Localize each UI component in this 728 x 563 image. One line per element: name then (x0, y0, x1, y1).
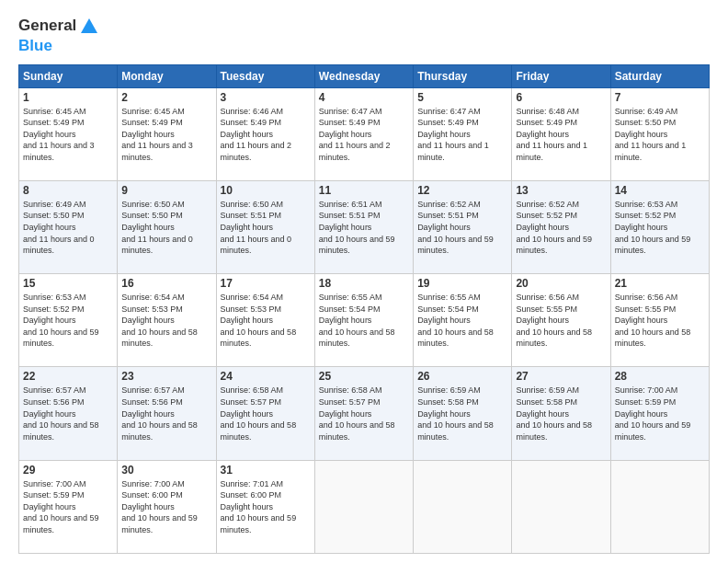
day-number: 15 (23, 277, 113, 290)
day-info: Sunrise: 6:46 AMSunset: 5:49 PMDaylight … (221, 106, 311, 164)
day-info: Sunrise: 6:53 AMSunset: 5:52 PMDaylight … (615, 199, 705, 257)
calendar-week-1: 1Sunrise: 6:45 AMSunset: 5:49 PMDaylight… (19, 87, 710, 180)
day-number: 3 (221, 91, 311, 104)
calendar-cell: 26Sunrise: 6:59 AMSunset: 5:58 PMDayligh… (414, 367, 512, 460)
col-header-wednesday: Wednesday (314, 64, 413, 87)
day-number: 1 (23, 91, 113, 104)
calendar-cell: 6Sunrise: 6:48 AMSunset: 5:49 PMDaylight… (512, 87, 610, 180)
day-number: 20 (516, 277, 606, 290)
day-info: Sunrise: 6:58 AMSunset: 5:57 PMDaylight … (319, 385, 409, 442)
calendar-cell: 8Sunrise: 6:49 AMSunset: 5:50 PMDaylight… (19, 180, 118, 273)
day-info: Sunrise: 6:54 AMSunset: 5:53 PMDaylight … (121, 292, 211, 350)
day-info: Sunrise: 6:45 AMSunset: 5:49 PMDaylight … (121, 106, 211, 164)
day-number: 4 (319, 91, 409, 104)
calendar-cell: 11Sunrise: 6:51 AMSunset: 5:51 PMDayligh… (314, 180, 413, 273)
calendar-cell (414, 460, 512, 553)
logo-line1: General (18, 17, 99, 37)
calendar-cell: 28Sunrise: 7:00 AMSunset: 5:59 PMDayligh… (610, 367, 709, 460)
logo: General Blue (18, 17, 99, 55)
day-number: 18 (319, 277, 409, 290)
col-header-friday: Friday (512, 64, 610, 87)
day-number: 30 (121, 464, 211, 477)
calendar-cell: 10Sunrise: 6:50 AMSunset: 5:51 PMDayligh… (216, 180, 314, 273)
calendar-cell: 4Sunrise: 6:47 AMSunset: 5:49 PMDaylight… (314, 87, 413, 180)
calendar-cell (314, 460, 413, 553)
day-info: Sunrise: 7:00 AMSunset: 6:00 PMDaylight … (121, 478, 211, 536)
day-info: Sunrise: 6:57 AMSunset: 5:56 PMDaylight … (23, 385, 113, 442)
calendar-cell: 3Sunrise: 6:46 AMSunset: 5:49 PMDaylight… (216, 87, 314, 180)
day-info: Sunrise: 6:50 AMSunset: 5:50 PMDaylight … (121, 199, 211, 257)
calendar-cell: 24Sunrise: 6:58 AMSunset: 5:57 PMDayligh… (216, 367, 314, 460)
day-number: 13 (516, 184, 606, 197)
day-number: 27 (516, 370, 606, 383)
day-info: Sunrise: 6:47 AMSunset: 5:49 PMDaylight … (319, 106, 409, 164)
day-info: Sunrise: 6:52 AMSunset: 5:51 PMDaylight … (417, 199, 507, 257)
day-number: 24 (221, 370, 311, 383)
calendar-cell: 2Sunrise: 6:45 AMSunset: 5:49 PMDaylight… (118, 87, 216, 180)
calendar-cell: 20Sunrise: 6:56 AMSunset: 5:55 PMDayligh… (512, 274, 610, 367)
calendar-cell: 14Sunrise: 6:53 AMSunset: 5:52 PMDayligh… (610, 180, 709, 273)
day-number: 17 (221, 277, 311, 290)
day-info: Sunrise: 6:52 AMSunset: 5:52 PMDaylight … (516, 199, 606, 257)
day-info: Sunrise: 6:48 AMSunset: 5:49 PMDaylight … (516, 106, 606, 164)
day-info: Sunrise: 7:01 AMSunset: 6:00 PMDaylight … (221, 478, 311, 536)
calendar-cell: 19Sunrise: 6:55 AMSunset: 5:54 PMDayligh… (414, 274, 512, 367)
day-info: Sunrise: 7:00 AMSunset: 5:59 PMDaylight … (23, 478, 113, 536)
day-number: 11 (319, 184, 409, 197)
day-info: Sunrise: 6:55 AMSunset: 5:54 PMDaylight … (417, 292, 507, 350)
calendar-cell: 12Sunrise: 6:52 AMSunset: 5:51 PMDayligh… (414, 180, 512, 273)
calendar-cell: 1Sunrise: 6:45 AMSunset: 5:49 PMDaylight… (19, 87, 118, 180)
day-info: Sunrise: 6:56 AMSunset: 5:55 PMDaylight … (516, 292, 606, 350)
day-info: Sunrise: 6:57 AMSunset: 5:56 PMDaylight … (121, 385, 211, 442)
svg-marker-0 (81, 18, 97, 33)
calendar-cell: 18Sunrise: 6:55 AMSunset: 5:54 PMDayligh… (314, 274, 413, 367)
day-info: Sunrise: 6:54 AMSunset: 5:53 PMDaylight … (221, 292, 311, 350)
day-number: 10 (221, 184, 311, 197)
calendar-cell: 9Sunrise: 6:50 AMSunset: 5:50 PMDaylight… (118, 180, 216, 273)
day-number: 8 (23, 184, 113, 197)
col-header-tuesday: Tuesday (216, 64, 314, 87)
calendar-header-row: SundayMondayTuesdayWednesdayThursdayFrid… (19, 64, 710, 87)
calendar-cell (610, 460, 709, 553)
day-info: Sunrise: 6:47 AMSunset: 5:49 PMDaylight … (417, 106, 507, 164)
day-info: Sunrise: 6:45 AMSunset: 5:49 PMDaylight … (23, 106, 113, 164)
calendar-cell: 22Sunrise: 6:57 AMSunset: 5:56 PMDayligh… (19, 367, 118, 460)
col-header-monday: Monday (118, 64, 216, 87)
day-number: 9 (121, 184, 211, 197)
day-number: 14 (615, 184, 705, 197)
calendar-cell: 17Sunrise: 6:54 AMSunset: 5:53 PMDayligh… (216, 274, 314, 367)
day-info: Sunrise: 6:49 AMSunset: 5:50 PMDaylight … (615, 106, 705, 164)
day-info: Sunrise: 6:56 AMSunset: 5:55 PMDaylight … (615, 292, 705, 350)
calendar-cell: 31Sunrise: 7:01 AMSunset: 6:00 PMDayligh… (216, 460, 314, 553)
calendar-cell: 13Sunrise: 6:52 AMSunset: 5:52 PMDayligh… (512, 180, 610, 273)
day-number: 26 (417, 370, 507, 383)
header: General Blue (18, 17, 710, 55)
day-info: Sunrise: 6:58 AMSunset: 5:57 PMDaylight … (221, 385, 311, 442)
calendar-cell: 15Sunrise: 6:53 AMSunset: 5:52 PMDayligh… (19, 274, 118, 367)
day-number: 31 (221, 464, 311, 477)
day-info: Sunrise: 6:59 AMSunset: 5:58 PMDaylight … (516, 385, 606, 442)
day-number: 28 (615, 370, 705, 383)
calendar-week-5: 29Sunrise: 7:00 AMSunset: 5:59 PMDayligh… (19, 460, 710, 553)
day-number: 23 (121, 370, 211, 383)
day-info: Sunrise: 6:49 AMSunset: 5:50 PMDaylight … (23, 199, 113, 257)
calendar-week-4: 22Sunrise: 6:57 AMSunset: 5:56 PMDayligh… (19, 367, 710, 460)
col-header-saturday: Saturday (610, 64, 709, 87)
day-number: 6 (516, 91, 606, 104)
day-info: Sunrise: 6:59 AMSunset: 5:58 PMDaylight … (417, 385, 507, 442)
day-number: 2 (121, 91, 211, 104)
day-info: Sunrise: 6:53 AMSunset: 5:52 PMDaylight … (23, 292, 113, 350)
day-number: 5 (417, 91, 507, 104)
calendar-cell: 30Sunrise: 7:00 AMSunset: 6:00 PMDayligh… (118, 460, 216, 553)
day-number: 12 (417, 184, 507, 197)
day-number: 16 (121, 277, 211, 290)
day-info: Sunrise: 6:50 AMSunset: 5:51 PMDaylight … (221, 199, 311, 257)
day-info: Sunrise: 6:55 AMSunset: 5:54 PMDaylight … (319, 292, 409, 350)
day-number: 19 (417, 277, 507, 290)
day-info: Sunrise: 6:51 AMSunset: 5:51 PMDaylight … (319, 199, 409, 257)
calendar-cell: 23Sunrise: 6:57 AMSunset: 5:56 PMDayligh… (118, 367, 216, 460)
page: General Blue SundayMondayTuesdayWednesda… (0, 0, 728, 563)
calendar-week-3: 15Sunrise: 6:53 AMSunset: 5:52 PMDayligh… (19, 274, 710, 367)
col-header-sunday: Sunday (19, 64, 118, 87)
logo-line2: Blue (18, 37, 99, 55)
